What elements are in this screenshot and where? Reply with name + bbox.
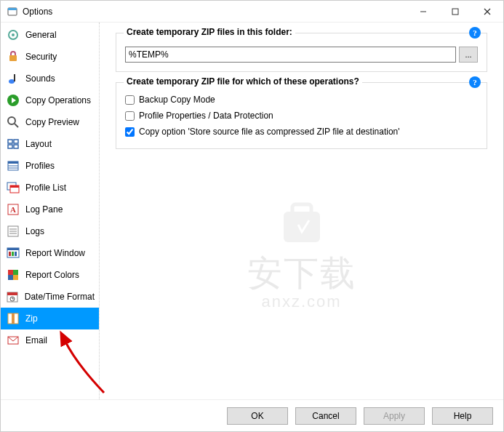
svg-rect-1 <box>8 8 17 10</box>
operation-label: Profile Properties / Data Protection <box>139 111 273 121</box>
window-title: Options <box>23 7 407 17</box>
sidebar-item-label: Logs <box>25 226 44 236</box>
zip-icon <box>5 311 21 327</box>
svg-rect-37 <box>13 270 18 275</box>
check-row: Backup Copy Mode <box>125 92 478 108</box>
svg-text:A: A <box>10 205 16 214</box>
svg-rect-32 <box>7 248 19 250</box>
svg-rect-10 <box>14 74 15 81</box>
sidebar-item-logs[interactable]: Logs <box>1 220 99 242</box>
watermark: 安下载 anxz.com <box>247 197 356 311</box>
email-icon <box>5 332 21 348</box>
sidebar-item-security[interactable]: Security <box>1 46 99 68</box>
sidebar-item-label: Zip <box>25 313 38 324</box>
help-icon[interactable]: ? <box>469 27 481 39</box>
options-window: Options GeneralSecuritySoundsCopy Operat… <box>0 0 504 432</box>
operation-checkbox-0[interactable] <box>125 95 135 105</box>
help-icon[interactable]: ? <box>469 76 481 88</box>
operation-checkbox-2[interactable] <box>125 127 135 137</box>
sidebar-item-copy-operations[interactable]: Copy Operations <box>1 89 99 111</box>
logs-icon <box>5 223 21 239</box>
svg-rect-14 <box>8 140 12 143</box>
copy-operations-icon <box>5 92 21 108</box>
titlebar: Options <box>1 1 503 23</box>
svg-rect-41 <box>7 292 17 295</box>
ok-button[interactable]: OK <box>227 407 288 425</box>
operation-checkbox-1[interactable] <box>125 111 135 121</box>
svg-rect-49 <box>284 212 320 242</box>
sidebar-item-layout[interactable]: Layout <box>1 133 99 155</box>
sidebar-item-label: Copy Preview <box>25 117 79 127</box>
svg-rect-38 <box>8 275 13 280</box>
svg-rect-19 <box>8 161 18 164</box>
svg-rect-39 <box>13 275 18 280</box>
log-pane-icon: A <box>5 201 21 217</box>
sidebar-item-copy-preview[interactable]: Copy Preview <box>1 111 99 133</box>
general-icon <box>5 27 21 43</box>
sidebar-item-label: Layout <box>25 139 52 149</box>
svg-point-12 <box>8 117 15 124</box>
sidebar-item-email[interactable]: Email <box>1 329 99 351</box>
svg-point-9 <box>9 79 15 84</box>
app-icon <box>7 6 18 17</box>
sounds-icon <box>5 71 21 87</box>
sidebar-item-report-window[interactable]: Report Window <box>1 242 99 264</box>
group-operations: Create temporary ZIP file for which of t… <box>116 82 487 149</box>
cancel-button[interactable]: Cancel <box>295 407 356 425</box>
browse-button[interactable]: ... <box>459 47 478 63</box>
copy-preview-icon <box>5 114 21 130</box>
apply-button[interactable]: Apply <box>364 407 425 425</box>
check-row: Profile Properties / Data Protection <box>125 108 478 124</box>
sidebar-item-label: General <box>25 30 57 40</box>
options-sidebar: GeneralSecuritySoundsCopy OperationsCopy… <box>1 23 100 399</box>
group-temp-folder: Create temporary ZIP files in this folde… <box>116 33 487 72</box>
dialog-body: GeneralSecuritySoundsCopy OperationsCopy… <box>1 23 503 399</box>
maximize-button[interactable] <box>439 1 471 22</box>
group-operations-title: Create temporary ZIP file for which of t… <box>124 76 362 87</box>
svg-line-13 <box>15 124 18 127</box>
sidebar-item-log-pane[interactable]: ALog Pane <box>1 199 99 220</box>
svg-rect-8 <box>9 55 17 61</box>
sidebar-item-label: Log Pane <box>25 204 63 215</box>
sidebar-item-profiles[interactable]: Profiles <box>1 155 99 177</box>
sidebar-item-label: Profiles <box>25 161 55 171</box>
sidebar-item-label: Report Colors <box>25 270 79 280</box>
report-window-icon <box>5 245 21 261</box>
sidebar-item-label: Security <box>25 52 57 62</box>
sidebar-item-label: Date/Time Format <box>25 292 95 302</box>
help-button[interactable]: Help <box>432 407 493 425</box>
svg-rect-16 <box>8 145 12 148</box>
group-temp-folder-title: Create temporary ZIP files in this folde… <box>124 27 295 37</box>
sidebar-item-report-colors[interactable]: Report Colors <box>1 264 99 286</box>
sidebar-item-general[interactable]: General <box>1 24 99 46</box>
sidebar-item-label: Email <box>25 335 47 345</box>
temp-folder-row: ... <box>125 47 478 63</box>
svg-rect-3 <box>452 9 458 15</box>
svg-rect-50 <box>292 204 311 217</box>
profiles-icon <box>5 158 21 174</box>
profile-list-icon <box>5 180 21 196</box>
close-button[interactable] <box>471 1 503 22</box>
svg-rect-17 <box>14 145 18 148</box>
report-colors-icon <box>5 267 21 283</box>
content-panel: Create temporary ZIP files in this folde… <box>100 23 503 399</box>
svg-rect-35 <box>15 252 17 256</box>
sidebar-item-sounds[interactable]: Sounds <box>1 68 99 89</box>
security-icon <box>5 49 21 65</box>
svg-rect-24 <box>10 185 19 188</box>
check-row: Copy option 'Store source file as compre… <box>125 124 478 140</box>
sidebar-item-label: Profile List <box>25 183 66 193</box>
layout-icon <box>5 136 21 152</box>
minimize-button[interactable] <box>407 1 439 22</box>
sidebar-item-zip[interactable]: Zip <box>1 308 99 329</box>
date-time-format-icon <box>5 289 20 305</box>
dialog-footer: OK Cancel Apply Help <box>1 399 503 431</box>
operation-label: Backup Copy Mode <box>139 95 215 105</box>
temp-folder-input[interactable] <box>125 47 456 63</box>
sidebar-item-label: Copy Operations <box>25 95 91 105</box>
sidebar-item-profile-list[interactable]: Profile List <box>1 177 99 199</box>
sidebar-item-label: Sounds <box>25 73 55 84</box>
svg-rect-15 <box>14 140 18 143</box>
sidebar-item-date-time-format[interactable]: Date/Time Format <box>1 286 99 308</box>
window-controls <box>407 1 503 22</box>
